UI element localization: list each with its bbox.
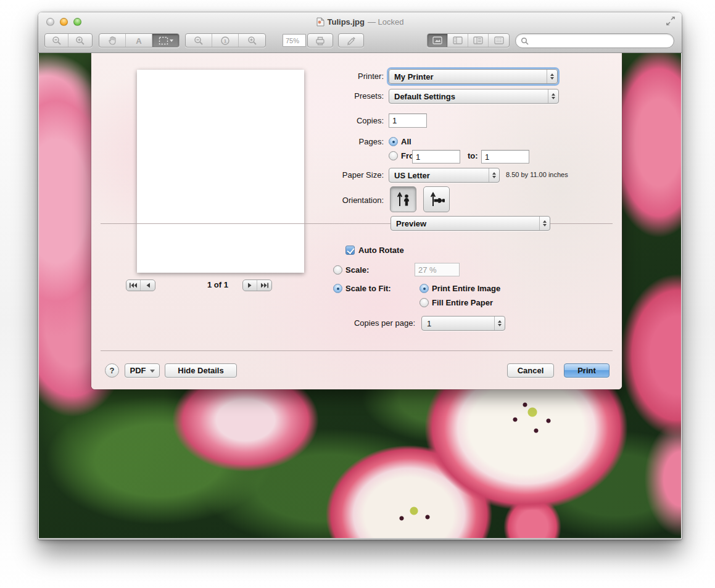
pages-from-field[interactable]: [412, 150, 460, 164]
page-nav-back-group: [126, 280, 155, 291]
svg-text:1: 1: [224, 38, 227, 44]
help-button[interactable]: ?: [105, 363, 119, 378]
first-page-button[interactable]: [126, 280, 141, 291]
view-contact-sheet-button[interactable]: [489, 34, 509, 47]
sidebar-zoom-segment: [44, 33, 93, 48]
pages-to-label: to:: [468, 151, 478, 160]
print-entire-image-radio[interactable]: [419, 284, 429, 293]
scale-to-fit-radio[interactable]: [333, 284, 342, 293]
presets-value: Default Settings: [389, 92, 548, 101]
print-label: Print: [577, 366, 596, 375]
sidebar-list-icon: [473, 36, 483, 44]
copies-per-page-popup[interactable]: 1: [421, 316, 505, 331]
page-indicator: 1 of 1: [184, 280, 252, 289]
magnifier-minus-icon: [194, 36, 204, 46]
marker-pen-icon: [345, 36, 357, 46]
orientation-landscape-button[interactable]: [423, 186, 450, 212]
scale-field[interactable]: [415, 263, 460, 276]
presets-label: Presets:: [254, 91, 384, 101]
text-tool-button[interactable]: A: [126, 34, 152, 47]
magnifier-plus-icon: [75, 36, 85, 46]
pages-label: Pages:: [254, 137, 384, 146]
pages-all-radio[interactable]: [389, 137, 398, 146]
skip-to-start-icon: [129, 283, 138, 288]
sidebar-thumbnails-icon: [453, 36, 463, 44]
zoom-level-field[interactable]: [283, 34, 306, 47]
window-bottom-edge: [39, 538, 681, 540]
search-input[interactable]: [531, 35, 674, 46]
print-toolbar-button[interactable]: [307, 33, 333, 48]
pdf-menu-button[interactable]: PDF: [125, 363, 160, 378]
fullscreen-icon[interactable]: [666, 17, 676, 25]
view-table-of-contents-button[interactable]: [468, 34, 489, 47]
magnifier-minus-icon: [52, 36, 62, 46]
cancel-label: Cancel: [518, 366, 544, 375]
image-view-icon: [432, 36, 442, 44]
print-button[interactable]: Print: [564, 363, 610, 378]
fill-entire-paper-radio[interactable]: [419, 298, 429, 307]
popup-arrows-icon: [539, 217, 550, 230]
auto-rotate-checkbox[interactable]: [345, 246, 355, 255]
skip-to-end-icon: [260, 283, 269, 288]
zoom-segment: 1: [185, 33, 266, 48]
portrait-orientation-icon: [395, 191, 411, 208]
titlebar[interactable]: Tulips.jpg — Locked: [38, 12, 682, 53]
printer-icon: [315, 36, 326, 46]
zoom-in-view-button[interactable]: [239, 34, 265, 47]
document-canvas[interactable]: 1 of 1 Printer: My Printer Presets: Defa…: [39, 53, 681, 538]
view-content-only-button[interactable]: [428, 34, 448, 47]
pages-to-field[interactable]: [481, 150, 529, 164]
print-dialog-sheet: 1 of 1 Printer: My Printer Presets: Defa…: [91, 53, 622, 389]
paper-size-value: US Letter: [389, 171, 489, 180]
printer-popup[interactable]: My Printer: [389, 69, 558, 84]
section-popup[interactable]: Preview: [391, 216, 550, 231]
chevron-down-icon: [150, 370, 155, 373]
printer-label: Printer:: [254, 72, 384, 81]
section-value: Preview: [391, 219, 539, 228]
paper-size-popup[interactable]: US Letter: [389, 168, 500, 183]
print-preview-image: [146, 78, 295, 255]
popup-arrows-icon: [494, 317, 505, 330]
pdf-label: PDF: [130, 366, 146, 375]
copies-field[interactable]: [389, 114, 427, 128]
presets-popup[interactable]: Default Settings: [389, 89, 559, 104]
cancel-button[interactable]: Cancel: [507, 363, 554, 378]
scale-radio[interactable]: [333, 265, 342, 275]
actual-size-icon: 1: [220, 36, 230, 46]
toolbar: A 1: [38, 30, 682, 52]
selection-rect-icon: [159, 36, 173, 46]
zoom-out-view-button[interactable]: [186, 34, 212, 47]
next-page-button[interactable]: [243, 280, 257, 291]
svg-text:A: A: [136, 36, 142, 46]
orientation-portrait-button[interactable]: [390, 186, 416, 212]
document-icon: [316, 17, 324, 27]
printer-value: My Printer: [389, 72, 547, 81]
paper-size-label: Paper Size:: [254, 170, 384, 180]
print-entire-image-label: Print Entire Image: [432, 284, 500, 293]
pages-range-radio[interactable]: [389, 151, 398, 160]
search-field[interactable]: [515, 33, 674, 48]
copies-label: Copies:: [254, 116, 384, 125]
auto-rotate-label: Auto Rotate: [358, 246, 404, 255]
popup-arrows-icon: [548, 89, 558, 103]
pages-all-label: All: [401, 137, 411, 146]
edit-toolbar-button[interactable]: [338, 33, 364, 48]
last-page-button[interactable]: [257, 280, 271, 291]
preview-window: Tulips.jpg — Locked: [38, 12, 682, 540]
hide-details-button[interactable]: Hide Details: [165, 363, 237, 378]
window-title: Tulips.jpg — Locked: [38, 16, 682, 27]
select-tool-button[interactable]: [152, 34, 179, 47]
magnifier-plus-icon: [247, 36, 257, 46]
popup-arrows-icon: [547, 70, 557, 83]
zoom-in-button[interactable]: [68, 34, 92, 47]
help-glyph: ?: [110, 366, 115, 375]
previous-page-button[interactable]: [141, 280, 155, 291]
move-tool-button[interactable]: [99, 34, 126, 47]
actual-size-button[interactable]: 1: [212, 34, 239, 47]
zoom-out-button[interactable]: [45, 34, 68, 47]
tool-segment: A: [99, 33, 180, 48]
orientation-label: Orientation:: [254, 196, 384, 205]
previous-icon: [146, 283, 151, 288]
title-text: Tulips.jpg: [328, 17, 365, 27]
view-thumbnails-button[interactable]: [448, 34, 468, 47]
